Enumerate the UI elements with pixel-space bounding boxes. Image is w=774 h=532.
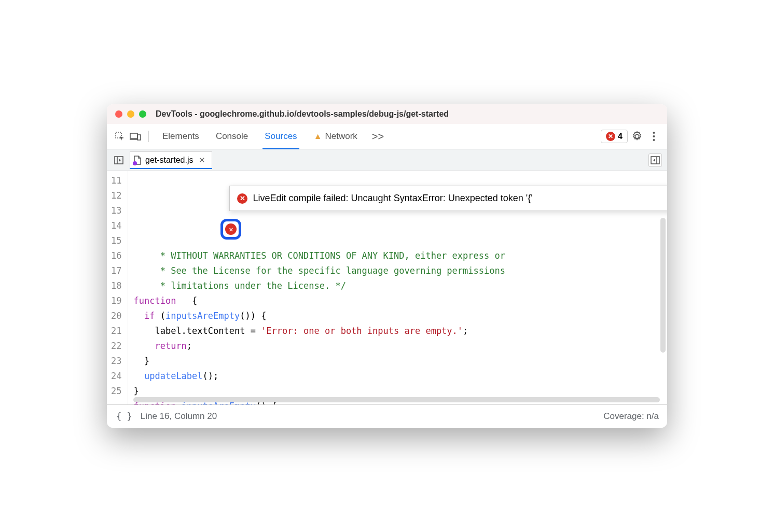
sources-subtoolbar: get-started.js ✕ xyxy=(107,149,667,171)
show-navigator-icon[interactable] xyxy=(112,153,126,167)
cursor-position: Line 16, Column 20 xyxy=(141,411,217,422)
tooltip-message: LiveEdit compile failed: Uncaught Syntax… xyxy=(253,191,532,206)
code-content[interactable]: * WITHOUT WARRANTIES OR CONDITIONS OF AN… xyxy=(128,171,667,404)
code-line[interactable]: * See the License for the specific langu… xyxy=(133,263,662,278)
line-number[interactable]: 16 xyxy=(111,248,121,263)
line-number[interactable]: 11 xyxy=(111,173,121,188)
tab-elements[interactable]: Elements xyxy=(155,127,206,146)
tab-network-label: Network xyxy=(325,131,357,142)
statusbar: { } Line 16, Column 20 Coverage: n/a xyxy=(107,404,667,428)
code-line[interactable]: } xyxy=(133,384,662,399)
inspect-element-icon[interactable] xyxy=(113,130,127,143)
error-count-badge[interactable]: ✕ 4 xyxy=(601,130,628,143)
traffic-lights xyxy=(115,110,146,118)
error-icon: ✕ xyxy=(225,223,237,235)
tab-sources[interactable]: Sources xyxy=(257,127,304,146)
settings-icon[interactable] xyxy=(630,129,644,144)
error-tooltip: ✕ LiveEdit compile failed: Uncaught Synt… xyxy=(229,186,667,211)
line-number[interactable]: 18 xyxy=(111,278,121,293)
titlebar: DevTools - googlechrome.github.io/devtoo… xyxy=(107,104,667,124)
close-window-button[interactable] xyxy=(115,110,122,118)
svg-point-4 xyxy=(653,132,655,134)
code-line[interactable]: * WITHOUT WARRANTIES OR CONDITIONS OF AN… xyxy=(133,248,662,263)
inline-error-marker[interactable]: ✕ xyxy=(220,219,241,240)
vertical-scrollbar[interactable] xyxy=(660,218,666,353)
line-number[interactable]: 24 xyxy=(111,369,121,384)
line-number[interactable]: 22 xyxy=(111,339,121,354)
code-line[interactable]: updateLabel(); xyxy=(133,369,662,384)
error-icon: ✕ xyxy=(237,193,247,204)
line-number[interactable]: 20 xyxy=(111,309,121,324)
line-number[interactable]: 12 xyxy=(111,188,121,203)
close-tab-icon[interactable]: ✕ xyxy=(199,156,205,165)
pretty-print-icon[interactable]: { } xyxy=(115,410,133,423)
tab-console[interactable]: Console xyxy=(209,127,255,146)
line-number[interactable]: 13 xyxy=(111,203,121,218)
code-line[interactable]: function { xyxy=(133,293,662,309)
error-icon: ✕ xyxy=(606,132,615,141)
line-number[interactable]: 23 xyxy=(111,354,121,369)
file-icon xyxy=(133,156,142,165)
line-number[interactable]: 19 xyxy=(111,293,121,309)
svg-point-5 xyxy=(653,135,655,137)
minimize-window-button[interactable] xyxy=(127,110,134,118)
modified-indicator-icon xyxy=(133,161,137,165)
code-line[interactable]: label.textContent = 'Error: one or both … xyxy=(133,324,662,339)
svg-point-6 xyxy=(653,139,655,141)
device-toolbar-icon[interactable] xyxy=(129,130,142,143)
main-toolbar: Elements Console Sources ▲ Network >> ✕ … xyxy=(107,124,667,149)
line-number[interactable]: 14 xyxy=(111,218,121,233)
line-number[interactable]: 17 xyxy=(111,263,121,278)
code-line[interactable]: if (inputsAreEmpty()) { xyxy=(133,309,662,324)
code-line[interactable]: return; xyxy=(133,339,662,354)
error-count: 4 xyxy=(618,132,623,141)
zoom-window-button[interactable] xyxy=(139,110,146,118)
file-tab-name: get-started.js xyxy=(145,156,193,165)
svg-rect-1 xyxy=(130,133,137,138)
divider xyxy=(148,131,149,142)
line-number-gutter[interactable]: 111213141516171819202122232425 xyxy=(107,171,128,404)
coverage-status: Coverage: n/a xyxy=(603,411,659,422)
devtools-window: DevTools - googlechrome.github.io/devtoo… xyxy=(107,104,667,428)
horizontal-scrollbar[interactable] xyxy=(133,397,660,402)
more-tabs-button[interactable]: >> xyxy=(367,128,389,146)
warning-icon: ▲ xyxy=(314,132,322,141)
tab-network[interactable]: ▲ Network xyxy=(307,127,365,146)
window-title: DevTools - googlechrome.github.io/devtoo… xyxy=(156,109,449,119)
file-tab[interactable]: get-started.js ✕ xyxy=(130,151,212,169)
line-number[interactable]: 21 xyxy=(111,324,121,339)
code-line[interactable]: * limitations under the License. */ xyxy=(133,278,662,293)
show-debugger-icon[interactable] xyxy=(648,153,662,167)
line-number[interactable]: 25 xyxy=(111,384,121,399)
code-line[interactable]: } xyxy=(133,354,662,369)
kebab-menu-icon[interactable] xyxy=(646,129,661,144)
line-number[interactable]: 15 xyxy=(111,233,121,248)
code-editor[interactable]: 111213141516171819202122232425 * WITHOUT… xyxy=(107,171,667,404)
